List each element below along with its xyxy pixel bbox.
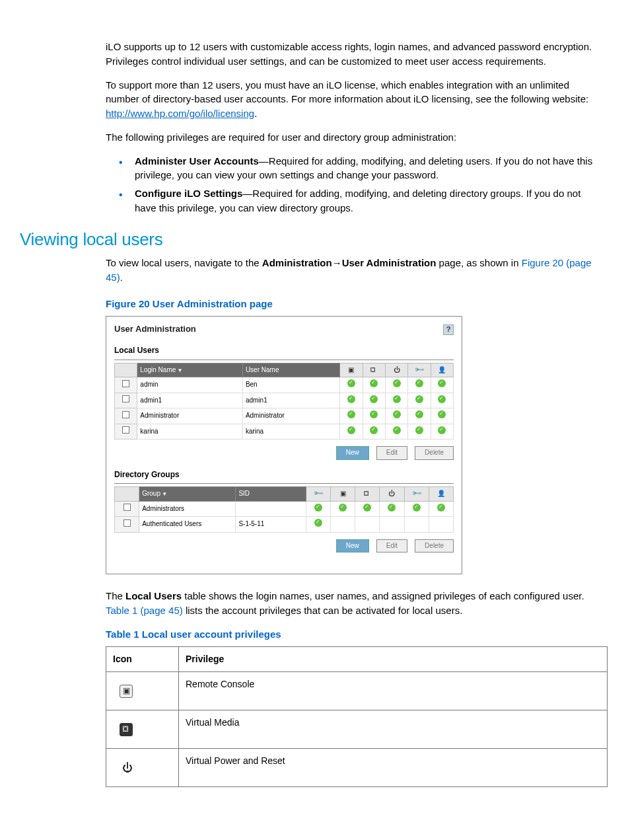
- check-icon: [438, 410, 446, 418]
- cell-sid: S-1-5-11: [236, 517, 306, 533]
- cell-login: Administrator: [137, 408, 243, 424]
- edit-button[interactable]: Edit: [376, 539, 407, 553]
- power-icon: ⏻: [122, 762, 133, 773]
- table-row: ⏻ Virtual Power and Reset: [106, 748, 608, 786]
- panel-title: User Administration: [114, 323, 196, 336]
- check-icon: [370, 410, 378, 418]
- row-checkbox[interactable]: [122, 380, 129, 387]
- intro-p1: iLO supports up to 12 users with customi…: [106, 40, 597, 69]
- intro-p2: To support more than 12 users, you must …: [106, 78, 597, 121]
- col-config-icon: 🔧: [404, 487, 429, 502]
- table-caption: Table 1 Local user account privileges: [106, 627, 597, 642]
- check-icon: [314, 504, 322, 512]
- check-icon: [415, 395, 423, 403]
- table-row: karinakarina: [115, 424, 454, 439]
- check-icon: [339, 504, 347, 512]
- check-icon: [438, 426, 446, 434]
- check-icon: [415, 426, 423, 434]
- directory-groups-heading: Directory Groups: [114, 469, 454, 484]
- col-username[interactable]: User Name: [242, 363, 339, 377]
- new-button[interactable]: New: [336, 446, 369, 460]
- priv-name: Remote Console: [179, 671, 608, 710]
- delete-button[interactable]: Delete: [415, 446, 454, 460]
- remote-console-icon: ▣: [120, 685, 133, 698]
- check-icon: [438, 379, 446, 387]
- priv-name: Virtual Media: [179, 710, 608, 748]
- check-icon: [370, 379, 378, 387]
- figure-caption: Figure 20 User Administration page: [106, 297, 597, 311]
- row-checkbox[interactable]: [123, 504, 131, 511]
- pb: Local Users: [125, 590, 182, 601]
- table-row: adminBen: [115, 377, 454, 393]
- check-icon: [347, 410, 355, 418]
- col-checkbox: [115, 487, 139, 502]
- check-icon: [415, 379, 423, 387]
- local-users-heading: Local Users: [114, 345, 454, 360]
- row-checkbox[interactable]: [122, 411, 129, 418]
- va: To view local users, navigate to the: [106, 257, 262, 268]
- check-icon: [347, 379, 355, 387]
- check-icon: [393, 379, 401, 387]
- col-group[interactable]: Group: [139, 487, 236, 502]
- cell-user: karina: [242, 424, 339, 439]
- check-icon: [438, 395, 446, 403]
- licensing-link[interactable]: http://www.hp.com/go/ilo/licensing: [106, 108, 254, 119]
- local-users-table: Login Name User Name ▣ ⛋ ⏻ 🔧 👤 adminBen …: [114, 363, 454, 440]
- intro-p3: The following privileges are required fo…: [106, 130, 597, 145]
- view-instructions: To view local users, navigate to the Adm…: [106, 256, 597, 285]
- table-row: admin1admin1: [115, 393, 454, 408]
- check-icon: [314, 519, 322, 527]
- privilege-requirements-list: Administer User Accounts—Required for ad…: [119, 154, 597, 215]
- pc: table shows the login names, user names,…: [182, 590, 584, 601]
- check-icon: [370, 426, 378, 434]
- check-icon: [363, 504, 371, 512]
- cell-login: admin1: [137, 393, 243, 408]
- col-config-icon: 🔧: [408, 363, 431, 377]
- directory-groups-table: Group SID 🔧 ▣ ⛋ ⏻ 🔧 👤 Administrators Aut…: [114, 486, 454, 533]
- cell-sid: [236, 501, 306, 517]
- row-checkbox[interactable]: [122, 395, 129, 402]
- pa: The: [106, 590, 125, 601]
- cell-group: Administrators: [139, 501, 236, 517]
- col-login[interactable]: Login Name: [137, 363, 243, 377]
- cell-user: Ben: [242, 377, 339, 393]
- col-remote-console-icon: ▣: [340, 363, 363, 377]
- check-icon: [393, 410, 401, 418]
- row-checkbox[interactable]: [122, 426, 129, 434]
- row-checkbox[interactable]: [123, 519, 131, 527]
- check-icon: [347, 395, 355, 403]
- col-power-icon: ⏻: [380, 487, 404, 502]
- check-icon: [347, 426, 355, 434]
- help-icon[interactable]: ?: [443, 325, 454, 335]
- table-row: Administrators: [115, 501, 454, 517]
- table-row: AdministratorAdministrator: [115, 408, 454, 424]
- check-icon: [413, 504, 421, 512]
- pe: lists the account privileges that can be…: [183, 605, 463, 616]
- check-icon: [370, 395, 378, 403]
- edit-button[interactable]: Edit: [376, 446, 407, 460]
- col-sid[interactable]: SID: [236, 487, 306, 502]
- cell-user: admin1: [242, 393, 339, 408]
- col-user-config-icon: 👤: [429, 487, 453, 502]
- nav-useradmin: User Administration: [342, 257, 437, 268]
- delete-button[interactable]: Delete: [415, 539, 454, 553]
- priv-name: Virtual Power and Reset: [179, 748, 608, 786]
- bullet-admin-users: Administer User Accounts—Required for ad…: [119, 154, 597, 183]
- b2-strong: Configure iLO Settings: [135, 188, 242, 199]
- new-button[interactable]: New: [336, 539, 369, 553]
- vg: .: [120, 272, 123, 283]
- table-row: Authenticated UsersS-1-5-11: [115, 517, 454, 533]
- th-privilege: Privilege: [179, 647, 608, 671]
- virtual-media-icon: ⛋: [120, 723, 133, 736]
- p2b: .: [254, 108, 257, 119]
- table-xref[interactable]: Table 1 (page 45): [106, 605, 183, 616]
- col-remote-console-icon: ▣: [330, 487, 355, 502]
- nav-admin: Administration: [262, 257, 332, 268]
- bullet-configure-ilo: Configure iLO Settings—Required for addi…: [119, 186, 597, 215]
- post-figure-text: The Local Users table shows the login na…: [106, 589, 597, 618]
- th-icon: Icon: [106, 647, 179, 671]
- check-icon: [415, 410, 423, 418]
- p2a: To support more than 12 users, you must …: [106, 79, 588, 105]
- privileges-table: Icon Privilege ▣ Remote Console ⛋ Virtua…: [106, 646, 608, 786]
- table-row: ⛋ Virtual Media: [106, 710, 608, 748]
